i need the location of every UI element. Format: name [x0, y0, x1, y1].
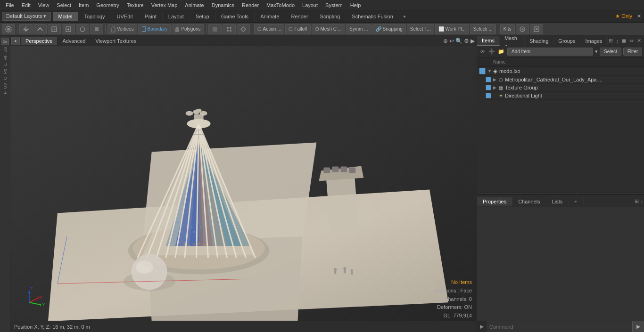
menu-select[interactable]: Select: [53, 1, 75, 9]
layout-tab-scripting[interactable]: Scripting: [314, 12, 347, 21]
vp-dot[interactable]: ●: [11, 37, 20, 45]
layout-tab-schematic[interactable]: Schematic Fusion: [346, 12, 399, 21]
tool-crosshair[interactable]: [19, 24, 33, 34]
props-expand-icon[interactable]: ⊞: [634, 198, 640, 204]
props-resize-icon[interactable]: ↕: [640, 199, 644, 204]
menu-file[interactable]: File: [2, 1, 18, 9]
tool-selection[interactable]: Selecti ...: [470, 24, 496, 34]
prop-tab-plus[interactable]: +: [569, 197, 583, 206]
item-dir-light[interactable]: ☀ Directional Light: [484, 92, 644, 100]
menu-layout[interactable]: Layout: [298, 1, 322, 9]
vp-icon-search[interactable]: 🔍: [455, 38, 462, 44]
prop-tab-properties[interactable]: Properties: [477, 197, 512, 206]
vp-icon-crosshair[interactable]: ⊕: [443, 38, 448, 44]
vp-tab-perspective[interactable]: Perspective: [21, 37, 58, 45]
menu-render[interactable]: Render: [238, 1, 263, 9]
layout-tab-animate[interactable]: Animate: [255, 12, 285, 21]
panel-tab-items[interactable]: Items: [477, 36, 500, 46]
tool-vertices[interactable]: Vertices Vertices: [107, 24, 137, 34]
layout-tab-layout[interactable]: Layout: [163, 12, 190, 21]
item-texture-group[interactable]: ▶ ▦ Texture Group: [484, 84, 644, 92]
menu-vertex-map[interactable]: Vertex Map: [148, 1, 182, 9]
item-cathedral[interactable]: ▶ ⬡ Metropolitan_Cathedral_Our_Lady_Apa …: [484, 76, 644, 84]
tool-polygons[interactable]: Polygons: [172, 24, 204, 34]
tool-mode3[interactable]: [90, 24, 103, 34]
layout-tab-setup[interactable]: Setup: [190, 12, 215, 21]
panel-icon-x[interactable]: ✕: [636, 38, 642, 44]
menu-geometry[interactable]: Geometry: [92, 1, 123, 9]
filter-button[interactable]: Filter: [623, 48, 642, 56]
items-folder-icon[interactable]: 📁: [497, 49, 505, 55]
layout-tab-model[interactable]: Model: [53, 12, 79, 21]
item-vis-3[interactable]: [486, 93, 491, 98]
panel-tab-images[interactable]: Images: [580, 37, 607, 45]
menu-help[interactable]: Help: [347, 1, 365, 9]
tool-symm[interactable]: Symm ...: [346, 24, 371, 34]
tool-display3[interactable]: [237, 24, 250, 34]
command-input[interactable]: [487, 321, 632, 332]
cmd-toggle-btn[interactable]: ▶: [477, 324, 487, 330]
viewport[interactable]: ● Perspective Advanced Viewport Textures…: [10, 36, 477, 332]
item-vis-1[interactable]: [486, 77, 491, 82]
expand-1[interactable]: ▶: [493, 77, 498, 82]
tool-falloff[interactable]: ⬡Falloff: [285, 24, 310, 34]
item-modo-lxo[interactable]: ▼ ◈ modo.lxo: [477, 67, 644, 76]
tool-logo[interactable]: [2, 24, 15, 34]
menu-system[interactable]: System: [322, 1, 347, 9]
prop-tab-channels[interactable]: Channels: [512, 197, 546, 206]
panel-tab-shading[interactable]: Shading: [525, 37, 553, 45]
layout-dropdown[interactable]: Default Layouts ▾: [2, 12, 51, 21]
panel-icon-view[interactable]: ◼: [621, 38, 627, 44]
menu-texture[interactable]: Texture: [123, 1, 148, 9]
vp-icon-settings[interactable]: ⚙: [464, 38, 469, 44]
panel-icon-add[interactable]: ⊞: [608, 38, 614, 44]
layout-tab-uvedit[interactable]: UVEdit: [111, 12, 139, 21]
menu-edit[interactable]: Edit: [18, 1, 34, 9]
vp-icon-undo[interactable]: ↩: [449, 38, 454, 44]
item-vis-2[interactable]: [486, 85, 491, 90]
menu-view[interactable]: View: [34, 1, 53, 9]
prop-tab-lists[interactable]: Lists: [546, 197, 569, 206]
item-vis-0[interactable]: [479, 68, 486, 74]
tool-icon1[interactable]: [516, 24, 529, 34]
tool-mode2[interactable]: [76, 24, 89, 34]
tool-icon2[interactable]: [530, 24, 543, 34]
layout-add-tab[interactable]: +: [399, 12, 410, 21]
layout-close[interactable]: ✕: [634, 12, 644, 20]
panel-icon-expand[interactable]: ↕: [615, 38, 620, 44]
cmd-run-btn[interactable]: ▶: [632, 321, 644, 332]
sidebar-tool-de[interactable]: De: [1, 38, 9, 45]
select-button[interactable]: Select: [600, 48, 621, 56]
viewport-canvas[interactable]: X Y Z No Items Polygons : Face Channels:…: [10, 46, 477, 332]
layout-tab-paint[interactable]: Paint: [139, 12, 163, 21]
menu-animate[interactable]: Animate: [181, 1, 207, 9]
add-item-dropdown[interactable]: ▾: [595, 49, 598, 55]
layout-tab-render[interactable]: Render: [285, 12, 314, 21]
tool-orient[interactable]: [33, 24, 47, 34]
tool-mesh[interactable]: ⬡Mesh C ...: [312, 24, 346, 34]
layout-tab-gametools[interactable]: Game Tools: [215, 12, 255, 21]
tool-workplane[interactable]: ⬜Work Pl...: [435, 24, 469, 34]
vp-tab-textures[interactable]: Viewport Textures: [91, 37, 141, 45]
menu-maxtomodo[interactable]: MaxToModo: [263, 1, 298, 9]
add-item-button[interactable]: Add Item: [507, 48, 593, 56]
panel-tab-mesh[interactable]: Mesh ...: [500, 34, 525, 48]
tool-display1[interactable]: [208, 24, 222, 34]
expand-0[interactable]: ▼: [487, 69, 492, 73]
vp-icon-play[interactable]: ▶: [471, 38, 475, 44]
items-eye-icon[interactable]: 👁: [479, 49, 487, 55]
menu-item[interactable]: Item: [75, 1, 92, 9]
panel-tab-groups[interactable]: Groups: [553, 37, 580, 45]
tool-boundary[interactable]: Boundary: [138, 24, 171, 34]
tool-kits[interactable]: Kits: [500, 24, 515, 34]
vp-tab-advanced[interactable]: Advanced: [58, 37, 91, 45]
tool-snapping[interactable]: 🔗Snapping: [372, 24, 406, 34]
tool-select-t[interactable]: Select T...: [407, 24, 434, 34]
items-add-icon[interactable]: ➕: [487, 49, 496, 55]
menu-dynamics[interactable]: Dynamics: [208, 1, 238, 9]
tool-action[interactable]: ⬡Action ...: [254, 24, 285, 34]
expand-2[interactable]: ▶: [493, 85, 498, 90]
layout-tab-topology[interactable]: Topology: [78, 12, 111, 21]
tool-mode1[interactable]: [48, 24, 61, 34]
tool-select-mode[interactable]: [62, 24, 75, 34]
